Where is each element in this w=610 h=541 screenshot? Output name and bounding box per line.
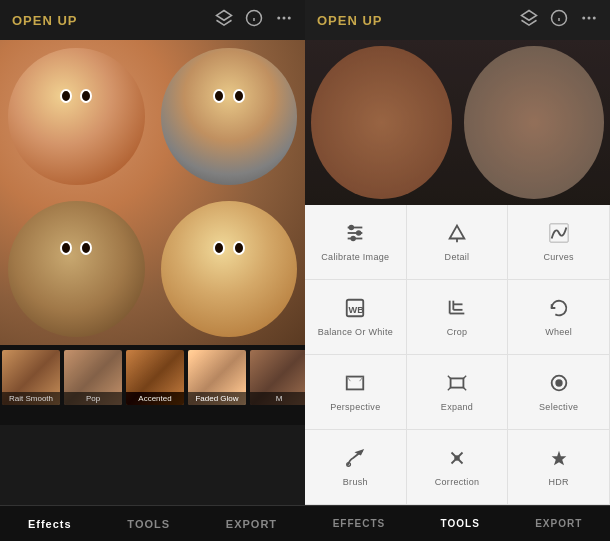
thumb-label-3: Accented (126, 392, 184, 405)
thumbnail-3[interactable]: Accented (126, 350, 184, 405)
tool-hdr[interactable]: HDR (508, 430, 610, 505)
thumbnail-strip: Rait Smooth Pop Accented Faded Glow M (0, 345, 305, 425)
tab-tools[interactable]: TOOLS (117, 510, 180, 538)
tool-perspective[interactable]: Perspective (305, 355, 407, 430)
sliders-icon (344, 222, 366, 248)
tool-brush[interactable]: Brush (305, 430, 407, 505)
left-bottom-tabs: Effects TOOLS EXPORT (0, 505, 305, 541)
left-main-image (0, 40, 305, 345)
app-title-right: OPEN UP (317, 13, 383, 28)
wb-icon: WB (344, 297, 366, 323)
svg-marker-44 (551, 451, 566, 466)
info-icon[interactable] (245, 9, 263, 31)
svg-point-5 (283, 17, 286, 20)
tool-correction[interactable]: Correction (407, 430, 509, 505)
thumb-label-5: M (250, 392, 305, 405)
svg-marker-7 (522, 11, 537, 21)
crop-icon (446, 297, 468, 323)
rotate-icon (548, 297, 570, 323)
curve-icon (548, 222, 570, 248)
tool-detail[interactable]: Detail (407, 205, 509, 280)
tool-brush-label: Brush (343, 477, 368, 487)
right-main-image (305, 40, 610, 205)
funko-top-right (161, 48, 298, 185)
right-top-bar: OPEN UP (305, 0, 610, 40)
tab-effects[interactable]: Effects (18, 510, 82, 538)
brush-icon (344, 447, 366, 473)
right-panel: OPEN UP (305, 0, 610, 541)
expand-icon (446, 372, 468, 398)
left-panel: OPEN UP (0, 0, 305, 541)
tool-selective-label: Selective (539, 402, 578, 412)
svg-point-4 (277, 17, 280, 20)
funko-top-left (8, 48, 145, 185)
svg-point-12 (588, 17, 591, 20)
tool-calibrate-label: Calibrate Image (321, 252, 389, 262)
right-more-icon[interactable] (580, 9, 598, 31)
svg-rect-30 (347, 377, 364, 390)
app-title-left: OPEN UP (12, 13, 78, 28)
right-funko-tr (464, 46, 605, 199)
thumbnail-2[interactable]: Pop (64, 350, 122, 405)
hdr-icon (548, 447, 570, 473)
right-funko-tl (311, 46, 452, 199)
tool-balance[interactable]: WB Balance Or White (305, 280, 407, 355)
left-top-bar: OPEN UP (0, 0, 305, 40)
svg-line-34 (448, 376, 451, 379)
correction-icon (446, 447, 468, 473)
funko-bottom-left (8, 201, 145, 338)
thumb-label-4: Faded Glow (188, 392, 246, 405)
right-bottom-tabs: EFFECTS TOOLS EXPORT (305, 505, 610, 541)
tool-expand-label: Expand (441, 402, 473, 412)
thumbnail-5[interactable]: M (250, 350, 305, 405)
svg-text:WB: WB (349, 305, 365, 315)
svg-marker-20 (450, 226, 465, 239)
triangle-down-icon (446, 222, 468, 248)
svg-point-6 (288, 17, 291, 20)
svg-line-37 (463, 388, 466, 391)
tool-crop-label: Crop (447, 327, 468, 337)
svg-point-18 (357, 231, 361, 235)
svg-point-11 (582, 17, 585, 20)
tool-curves-label: Curves (544, 252, 574, 262)
tool-correction-label: Correction (435, 477, 480, 487)
tool-selective[interactable]: Selective (508, 355, 610, 430)
svg-point-13 (593, 17, 596, 20)
tool-expand[interactable]: Expand (407, 355, 509, 430)
tool-wheel[interactable]: Wheel (508, 280, 610, 355)
perspective-icon (344, 372, 366, 398)
svg-point-39 (556, 380, 562, 386)
svg-marker-0 (217, 11, 232, 21)
svg-point-17 (350, 226, 354, 230)
tool-calibrate[interactable]: Calibrate Image (305, 205, 407, 280)
right-tab-effects[interactable]: EFFECTS (327, 510, 392, 537)
tool-balance-label: Balance Or White (318, 327, 393, 337)
right-info-icon[interactable] (550, 9, 568, 31)
right-layers-icon[interactable] (520, 9, 538, 31)
selective-icon (548, 372, 570, 398)
svg-rect-33 (451, 378, 464, 387)
layers-icon[interactable] (215, 9, 233, 31)
tool-hdr-label: HDR (548, 477, 568, 487)
tool-detail-label: Detail (445, 252, 470, 262)
svg-point-19 (352, 237, 356, 241)
more-icon[interactable] (275, 9, 293, 31)
tool-crop[interactable]: Crop (407, 280, 509, 355)
tab-export[interactable]: EXPORT (216, 510, 287, 538)
right-tab-export[interactable]: EXPORT (529, 510, 588, 537)
main-image-content (0, 40, 305, 345)
svg-line-36 (448, 388, 451, 391)
right-tab-tools[interactable]: TOOLS (435, 510, 486, 537)
funko-bottom-right (161, 201, 298, 338)
svg-point-43 (455, 456, 459, 460)
tool-perspective-label: Perspective (330, 402, 380, 412)
tool-wheel-label: Wheel (545, 327, 572, 337)
thumb-label-1: Rait Smooth (2, 392, 60, 405)
tool-curves[interactable]: Curves (508, 205, 610, 280)
left-top-icons (215, 9, 293, 31)
right-top-icons (520, 9, 598, 31)
tools-grid: Calibrate Image Detail Curves (305, 205, 610, 505)
thumbnail-1[interactable]: Rait Smooth (2, 350, 60, 405)
right-image-content (305, 40, 610, 205)
thumbnail-4[interactable]: Faded Glow (188, 350, 246, 405)
